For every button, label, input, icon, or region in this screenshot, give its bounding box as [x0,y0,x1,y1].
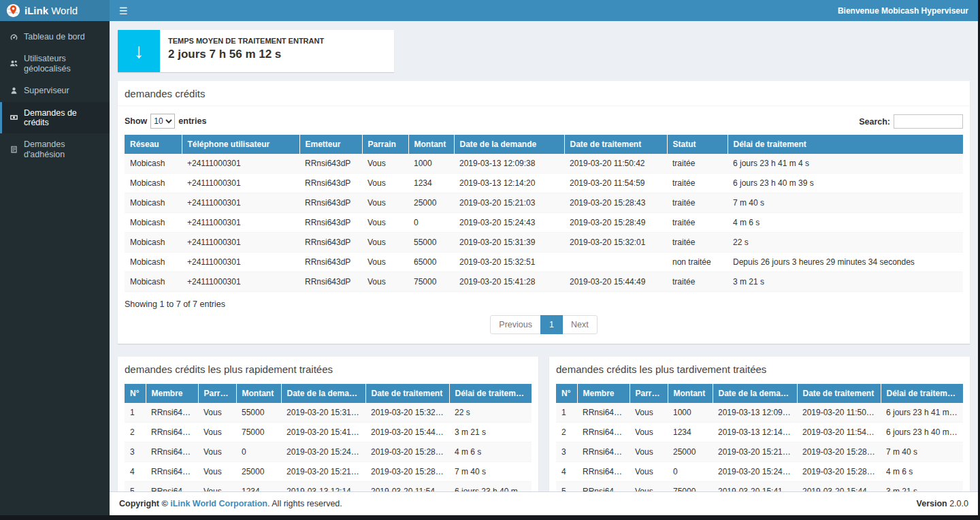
topbar: ☰ Bienvenue Mobicash Hyperviseur [110,0,978,21]
column-header[interactable]: Date de traitement [564,135,667,154]
table-cell: Vous [198,423,236,442]
table-cell: traitée [667,233,728,253]
table-cell: 4 m 6 s [881,462,963,482]
sidebar-menu: Tableau de bord Utilisateurs géolocalisé… [0,21,110,165]
info-box-value: 2 jours 7 h 56 m 12 s [168,48,324,61]
column-header: Date de la demande [281,384,365,403]
table-cell: 2019-03-20 15:32:01 [365,403,449,423]
table-cell: RRnsi643dP [146,462,198,482]
table-row: 4RRnsi643dPVous02019-03-20 15:24:432019-… [556,462,963,482]
table-cell: 25000 [236,462,281,482]
sidebar-item-credit-requests[interactable]: Demandes de crédits [0,102,110,134]
table-cell: 1 [556,403,577,423]
table-cell: Vous [362,253,408,272]
table-cell: 2019-03-20 15:24:43 [281,442,365,462]
table-cell: traitée [667,213,728,233]
sidebar-item-dashboard[interactable]: Tableau de bord [0,26,110,48]
app-logo[interactable]: iLink World [0,0,110,21]
table-cell: 75000 [668,482,713,491]
table-cell: 7 m 40 s [449,462,532,482]
table-cell: 55000 [236,403,281,423]
search-control: Search: [859,114,963,129]
info-box-label: TEMPS MOYEN DE TRAITEMENT ENTRANT [168,37,324,45]
page-length-select[interactable]: 10 [150,114,175,129]
table-cell: Vous [198,482,236,491]
footer: Copyright © iLink World Corporation. All… [110,491,978,515]
column-header: Date de traitement [797,384,881,403]
table-row: Mobicash+24111000301RRnsi643dPVous123420… [125,174,963,193]
sidebar-item-membership-requests[interactable]: Demandes d'adhésion [0,133,110,165]
table-cell: 2019-03-13 12:14:20 [454,174,564,193]
table-cell: 2019-03-20 11:54:59 [797,423,881,442]
column-header[interactable]: Statut [667,135,728,154]
credit-requests-panel: demandes crédits Show10entries Search: R… [118,81,970,344]
info-box-text: TEMPS MOYEN DE TRAITEMENT ENTRANT 2 jour… [160,30,332,72]
fastest-processed-panel: demandes crédits les plus rapidement tra… [118,357,538,491]
table-cell: Vous [198,442,236,462]
table-cell: Vous [362,272,408,292]
table-cell: traitée [667,272,728,292]
sidebar-item-geolocated-users[interactable]: Utilisateurs géolocalisés [0,48,110,80]
panel-title: demandes crédits les plus tardivement tr… [549,357,970,384]
table-row: 3RRnsi643dPVous02019-03-20 15:24:432019-… [125,442,532,462]
column-header: Date de traitement [365,384,449,403]
sidebar-item-label: Demandes de crédits [24,108,104,128]
table-cell: 4 m 6 s [728,213,963,233]
pagination-next-button[interactable]: Next [562,315,598,334]
column-header[interactable]: Réseau [125,135,182,154]
column-header[interactable]: Parrain [362,135,408,154]
table-cell: 0 [668,462,713,482]
app-window: iLink World Tableau de bord Utilisateurs… [0,0,978,515]
table-cell: 6 jours 23 h 41 m 4 s [728,154,963,174]
table-body: 1RRnsi643dPVous10002019-03-13 12:09:3820… [556,403,963,491]
table-header: N°MembreParrainMontantDate de la demande… [556,384,963,403]
pagination-previous-button[interactable]: Previous [490,315,541,334]
table-cell: Vous [198,403,236,423]
table-cell: 4 [125,462,146,482]
table-cell: 2019-03-20 15:28:43 [797,442,881,462]
table-cell: 3 m 21 s [881,482,963,491]
content-area: ↓ TEMPS MOYEN DE TRAITEMENT ENTRANT 2 jo… [110,21,978,491]
main-column: ☰ Bienvenue Mobicash Hyperviseur ↓ TEMPS… [110,0,978,515]
pagination: Previous 1 Next [125,315,963,334]
table-cell: RRnsi643dP [299,272,362,292]
company-link[interactable]: iLink World Corporation [170,499,267,508]
sidebar-toggle-button[interactable]: ☰ [110,0,137,21]
table-cell: Mobicash [125,233,182,253]
column-header: Montant [236,384,281,403]
column-header[interactable]: Délai de traitement [728,135,963,154]
table-cell: RRnsi643dP [146,482,198,491]
table-cell: 2019-03-20 15:41:28 [713,482,797,491]
column-header[interactable]: Montant [408,135,454,154]
sidebar-item-supervisor[interactable]: Superviseur [0,80,110,101]
page-length-control: Show10entries [125,114,206,129]
copyright-suffix: . All rights reserved. [267,499,342,508]
column-header: Parrain [630,384,668,403]
table-row: Mobicash+24111000301RRnsi643dPVous100020… [125,154,963,174]
column-header[interactable]: Date de la demande [454,135,564,154]
table-row: Mobicash+24111000301RRnsi643dPVous250002… [125,193,963,213]
search-input[interactable] [894,114,963,129]
datatable-controls: Show10entries Search: [118,106,970,135]
table-cell: 2019-03-20 15:28:49 [564,213,667,233]
table-cell: 2019-03-20 11:54:59 [365,482,449,491]
table-cell: +24111000301 [182,233,299,253]
table-cell: 4 m 6 s [449,442,532,462]
bottom-panels-row: demandes crédits les plus rapidement tra… [118,357,970,491]
slowest-processed-panel: demandes crédits les plus tardivement tr… [549,357,970,491]
table-cell: Vous [362,174,408,193]
table-cell: Vous [198,462,236,482]
column-header[interactable]: Emetteur [299,135,362,154]
table-cell: 2019-03-20 11:54:59 [564,174,667,193]
table-cell: Mobicash [125,174,182,193]
pagination-page-1-button[interactable]: 1 [540,315,563,334]
dashboard-icon [10,33,18,42]
column-header[interactable]: Téléphone utilisateur [182,135,299,154]
table-cell: traitée [667,174,728,193]
clipboard-icon [10,145,18,154]
table-cell: 55000 [408,233,454,253]
table-cell: 2019-03-20 15:32:51 [454,253,564,272]
search-label: Search: [859,116,890,126]
table-cell: 2019-03-20 15:24:43 [454,213,564,233]
app-title-bold: iLink [24,5,48,16]
